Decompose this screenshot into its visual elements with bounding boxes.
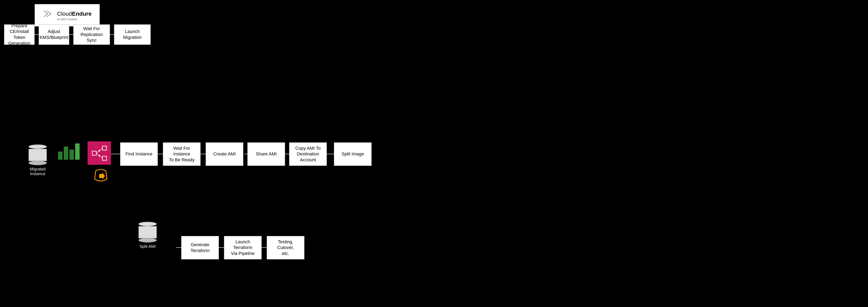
split-ami-cylinder	[138, 222, 157, 242]
cylinder-top	[29, 144, 47, 149]
split-ami-container: Split AMI	[138, 222, 157, 249]
cylinder-shape	[29, 144, 47, 165]
box-prepare: Prepare CE/Install Token Generation	[4, 25, 35, 45]
find-instance-label: Find Instance	[125, 151, 152, 157]
aws-icon	[92, 167, 110, 186]
adjust-label: Adjust KMS/Blueprint	[40, 29, 68, 40]
network-box	[88, 141, 111, 165]
bar-4	[75, 143, 80, 160]
logo-graphic: CloudEndure	[43, 10, 92, 18]
split-ami-top	[138, 222, 157, 226]
split-ami-body	[138, 226, 157, 238]
split-image-label: Split Image	[341, 151, 364, 157]
testing-label: Testing, Cutover, etc.	[269, 239, 302, 257]
launch-migration-label: Launch Migration	[117, 29, 148, 40]
bar-chart-graphic	[58, 141, 80, 160]
logo-box: CloudEndure An AWS Company	[35, 4, 100, 27]
generate-terraform-label: Generate Terraform	[190, 242, 210, 253]
box-wait-replication: Wait For Replication Sync	[73, 25, 110, 45]
copy-ami-label: Copy AMI To Destination Account	[295, 145, 320, 163]
aws-logo-svg	[92, 167, 110, 185]
wait-instance-label: Wait For Instance To Be Ready	[165, 145, 198, 163]
migrated-instance-label: Migrated Instance	[30, 167, 45, 176]
box-find-instance: Find Instance	[120, 142, 158, 166]
svg-point-18	[98, 155, 100, 157]
svg-rect-14	[102, 156, 106, 160]
box-split-image: Split Image	[334, 142, 372, 166]
logo-icon	[43, 10, 55, 18]
box-launch-migration: Launch Migration	[114, 25, 151, 45]
box-generate-terraform: Generate Terraform	[181, 236, 219, 260]
svg-marker-19	[99, 173, 105, 179]
bar-1	[58, 151, 63, 160]
svg-rect-13	[102, 146, 106, 150]
split-ami-bottom	[138, 238, 157, 242]
create-ami-label: Create AMI	[213, 151, 236, 157]
logo-subtext: An AWS Company	[57, 18, 78, 21]
box-testing: Testing, Cutover, etc.	[267, 236, 304, 260]
migrated-instance-icon: Migrated Instance	[29, 144, 47, 176]
bar-3	[69, 149, 74, 160]
share-ami-label: Share AMI	[256, 151, 277, 157]
diagram-container: CloudEndure An AWS Company Prepare CE/In…	[0, 0, 868, 307]
bar-chart-icon	[58, 141, 80, 160]
split-ami-label: Split AMI	[140, 244, 156, 249]
cylinder-bottom	[29, 161, 47, 165]
prepare-label: Prepare CE/Install Token Generation	[6, 23, 32, 46]
box-wait-instance: Wait For Instance To Be Ready	[163, 142, 200, 166]
box-adjust: Adjust KMS/Blueprint	[39, 25, 69, 45]
box-share-ami: Share AMI	[247, 142, 285, 166]
network-icon-svg	[91, 145, 107, 161]
launch-terraform-label: Launch Terraform Via Pipeline	[226, 239, 259, 257]
svg-point-17	[98, 150, 100, 151]
box-create-ami: Create AMI	[206, 142, 243, 166]
svg-rect-12	[92, 151, 96, 155]
cylinder-body	[29, 149, 47, 161]
box-launch-terraform: Launch Terraform Via Pipeline	[224, 236, 261, 260]
bar-2	[64, 146, 68, 160]
wait-replication-label: Wait For Replication Sync	[76, 26, 107, 43]
box-copy-ami: Copy AMI To Destination Account	[289, 142, 327, 166]
logo-text: CloudEndure	[57, 10, 92, 17]
